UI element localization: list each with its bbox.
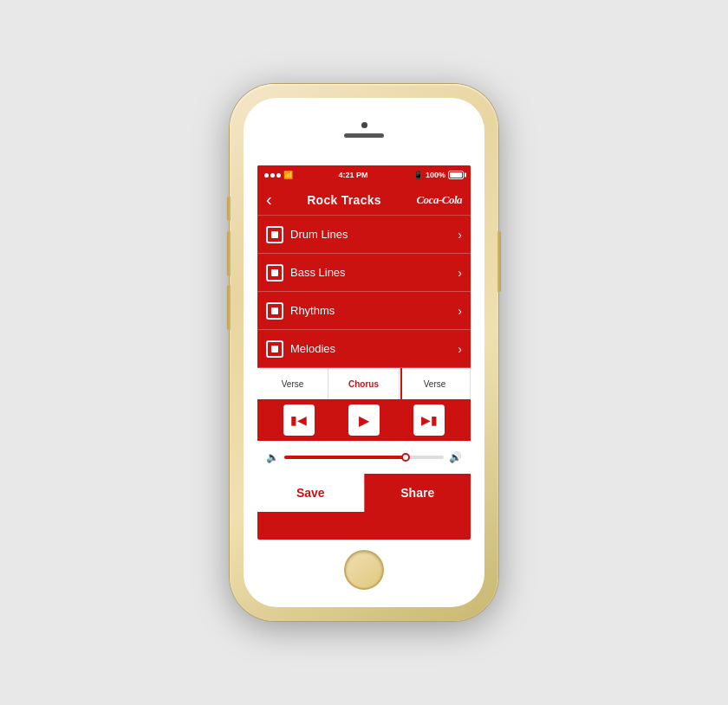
timeline-chorus: Chorus	[328, 368, 400, 399]
status-left: 📶	[264, 171, 293, 179]
menu-item-melodies[interactable]: Melodies ›	[257, 330, 471, 368]
melodies-chevron: ›	[458, 342, 462, 356]
status-bar: 📶 4:21 PM 📱 100%	[257, 165, 471, 184]
menu-item-bass-lines[interactable]: Bass Lines ›	[257, 254, 471, 292]
save-label: Save	[296, 486, 325, 500]
signal-icon	[264, 173, 281, 178]
bass-lines-chevron: ›	[458, 266, 462, 280]
phone-mockup: 📶 4:21 PM 📱 100% ‹ Rock Tracks C	[230, 84, 498, 621]
menu-item-rhythms-left: Rhythms	[266, 302, 335, 320]
header-title: Rock Tracks	[307, 193, 381, 207]
menu-item-bass-lines-left: Bass Lines	[266, 264, 346, 281]
home-button[interactable]	[344, 550, 384, 590]
power-button[interactable]	[497, 231, 501, 292]
bass-lines-icon	[266, 264, 283, 281]
mute-button[interactable]	[227, 197, 231, 221]
timeline-verse-2: Verse	[400, 368, 471, 399]
phone-top-area	[344, 122, 384, 138]
phone-shell: 📶 4:21 PM 📱 100% ‹ Rock Tracks C	[230, 84, 498, 621]
volume-thumb[interactable]	[401, 453, 410, 462]
share-button[interactable]: Share	[364, 474, 471, 512]
volume-up-button[interactable]	[227, 231, 231, 276]
drum-lines-chevron: ›	[458, 228, 462, 242]
bluetooth-icon: 📱	[413, 171, 423, 179]
volume-high-icon: 🔊	[449, 451, 462, 463]
drum-lines-icon	[266, 226, 283, 243]
share-label: Share	[400, 486, 434, 500]
brand-logo: Coca-Cola	[416, 193, 462, 207]
volume-fill	[284, 456, 404, 459]
status-time: 4:21 PM	[338, 171, 367, 179]
menu-list: Drum Lines › Bass Lines ›	[257, 216, 471, 368]
status-right: 📱 100%	[413, 171, 464, 179]
skip-forward-button[interactable]: ▶▮	[413, 404, 445, 436]
drum-lines-label: Drum Lines	[290, 228, 348, 241]
transport-bar: ▮◀ ▶ ▶▮	[257, 399, 471, 441]
phone-bezel: 📶 4:21 PM 📱 100% ‹ Rock Tracks C	[244, 98, 484, 607]
action-bar: Save Share	[257, 474, 471, 512]
rhythms-icon	[266, 302, 283, 320]
menu-item-melodies-left: Melodies	[266, 340, 335, 358]
back-button[interactable]: ‹	[266, 190, 272, 210]
play-button[interactable]: ▶	[348, 404, 380, 436]
speaker-icon	[344, 133, 384, 138]
skip-forward-icon: ▶▮	[421, 413, 438, 427]
melodies-icon	[266, 340, 283, 358]
skip-back-button[interactable]: ▮◀	[283, 404, 315, 436]
bass-lines-label: Bass Lines	[290, 266, 346, 279]
phone-screen: 📶 4:21 PM 📱 100% ‹ Rock Tracks C	[257, 165, 471, 540]
save-button[interactable]: Save	[257, 474, 364, 512]
volume-track[interactable]	[284, 456, 444, 459]
battery-fill	[450, 172, 462, 178]
app-header: ‹ Rock Tracks Coca-Cola	[257, 184, 471, 216]
timeline-marker	[400, 368, 402, 399]
wifi-icon: 📶	[283, 171, 293, 179]
skip-back-icon: ▮◀	[290, 413, 307, 427]
rhythms-chevron: ›	[458, 304, 462, 318]
rhythms-label: Rhythms	[290, 304, 335, 317]
timeline-area[interactable]: Verse Chorus Verse	[257, 368, 471, 399]
menu-item-drum-lines-left: Drum Lines	[266, 226, 348, 243]
camera-icon	[361, 122, 367, 128]
menu-item-rhythms[interactable]: Rhythms ›	[257, 292, 471, 330]
play-icon: ▶	[359, 412, 369, 429]
menu-item-drum-lines[interactable]: Drum Lines ›	[257, 216, 471, 254]
volume-bar[interactable]: 🔈 🔊	[257, 441, 471, 474]
volume-low-icon: 🔈	[266, 451, 279, 463]
melodies-label: Melodies	[290, 342, 335, 355]
timeline-verse-1: Verse	[257, 368, 328, 399]
battery-percent: 100%	[426, 171, 445, 179]
battery-icon	[448, 171, 464, 179]
volume-down-button[interactable]	[227, 285, 231, 330]
